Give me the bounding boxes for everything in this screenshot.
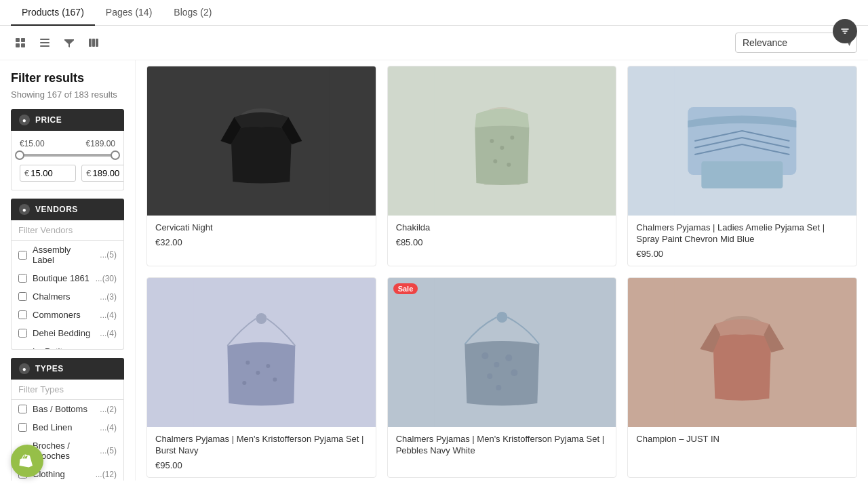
svg-point-18: [510, 136, 514, 140]
product-card-5[interactable]: Sale: [387, 277, 617, 478]
vendor-name-boutique: Boutique 1861: [33, 273, 90, 283]
price-inputs: € €: [20, 165, 115, 182]
vendor-count-assembly: ...(5): [100, 250, 117, 260]
type-checkbox-bedlinen[interactable]: [18, 423, 27, 432]
product-body-6: Champion – JUST IN: [628, 427, 856, 455]
product-image-2: [388, 66, 616, 216]
vendor-name-commoners: Commoners: [33, 310, 94, 320]
price-min-input[interactable]: [31, 168, 71, 178]
price-body: €15.00 €189.00 € €: [11, 131, 124, 190]
vendor-count-commoners: ...(4): [100, 310, 117, 320]
type-item-bedlinen[interactable]: Bed Linen ...(4): [12, 418, 123, 436]
svg-point-17: [500, 146, 504, 150]
svg-rect-5: [40, 42, 50, 43]
vendor-count-chalmers: ...(3): [100, 292, 117, 302]
product-price-4: €95.00: [155, 460, 368, 470]
vendor-checkbox-dehei[interactable]: [18, 329, 27, 338]
price-min-input-wrapper: €: [20, 165, 76, 182]
vendor-item-chalmers[interactable]: Chalmers ...(3): [12, 287, 123, 306]
range-fill: [20, 154, 115, 157]
price-range-labels: €15.00 €189.00: [20, 139, 115, 148]
price-label: PRICE: [35, 115, 62, 125]
type-name-bedlinen: Bed Linen: [33, 422, 94, 432]
columns-icon[interactable]: [84, 33, 103, 52]
price-max-input-wrapper: €: [81, 165, 124, 182]
vendors-section-header[interactable]: ● VENDORS: [11, 199, 124, 220]
price-icon: ●: [19, 115, 30, 125]
type-name-clothing: Clothing: [33, 469, 90, 479]
product-card-6[interactable]: Champion – JUST IN: [627, 277, 857, 478]
products-area: Cervicati Night €32.00: [136, 60, 868, 488]
vendor-count-boutique: ...(30): [96, 274, 117, 283]
vendor-name-dehei: Dehei Bedding: [33, 328, 94, 338]
vendor-checkbox-boutique[interactable]: [18, 274, 27, 283]
product-body-2: Chakilda €85.00: [388, 216, 616, 254]
product-image-1: [147, 66, 376, 216]
vendor-item-assembly[interactable]: Assembly Label ...(5): [12, 241, 123, 269]
range-thumb-left[interactable]: [15, 150, 24, 160]
price-min-label: €15.00: [20, 139, 45, 148]
vendor-checkbox-assembly[interactable]: [18, 251, 27, 260]
vendor-item-dehei[interactable]: Dehei Bedding ...(4): [12, 324, 123, 342]
svg-point-16: [490, 139, 494, 143]
product-body-1: Cervicati Night €32.00: [147, 216, 376, 254]
svg-rect-2: [16, 43, 20, 47]
currency-max: €: [86, 168, 91, 178]
main-layout: Filter results Showing 167 of 183 result…: [0, 60, 868, 488]
types-label: TYPES: [35, 364, 64, 373]
product-card-2[interactable]: Chakilda €85.00: [387, 66, 617, 266]
filter-icon[interactable]: [60, 33, 79, 52]
product-image-6: [628, 278, 856, 427]
tab-pages[interactable]: Pages (14): [95, 0, 163, 26]
product-card-3[interactable]: Chalmers Pyjamas | Ladies Amelie Pyjama …: [627, 66, 857, 266]
vendor-checkbox-commoners[interactable]: [18, 310, 27, 319]
tab-blogs[interactable]: Blogs (2): [163, 0, 222, 26]
svg-point-29: [242, 381, 246, 385]
type-name-bas: Bas / Bottoms: [33, 404, 94, 414]
svg-point-34: [494, 362, 499, 367]
vendors-search-input[interactable]: [12, 220, 123, 241]
toolbar: Relevance Price: Low to High Price: High…: [0, 26, 868, 60]
shopify-badge[interactable]: [11, 445, 43, 477]
svg-point-37: [511, 369, 517, 376]
svg-point-35: [505, 354, 512, 361]
product-card-1[interactable]: Cervicati Night €32.00: [146, 66, 376, 266]
filter-widget-icon[interactable]: [833, 19, 857, 43]
svg-point-25: [256, 313, 267, 324]
svg-point-20: [507, 163, 511, 167]
type-count-broches: ...(5): [100, 446, 117, 455]
price-max-input[interactable]: [92, 168, 124, 178]
vendor-checkbox-chalmers[interactable]: [18, 292, 27, 301]
tab-products[interactable]: Products (167): [11, 0, 95, 26]
svg-point-28: [266, 364, 270, 368]
type-item-bas[interactable]: Bas / Bottoms ...(2): [12, 400, 123, 418]
filter-title: Filter results: [11, 71, 124, 85]
types-section-header[interactable]: ● TYPES: [11, 358, 124, 380]
vendor-item-lapetite[interactable]: La Petite Garçonne ...(106): [12, 342, 123, 349]
svg-rect-1: [21, 38, 25, 42]
svg-point-36: [487, 373, 492, 379]
product-name-3: Chalmers Pyjamas | Ladies Amelie Pyjama …: [636, 222, 848, 245]
vendor-item-boutique[interactable]: Boutique 1861 ...(30): [12, 269, 123, 287]
vendor-item-commoners[interactable]: Commoners ...(4): [12, 306, 123, 324]
svg-rect-7: [89, 39, 92, 47]
grid-view-icon[interactable]: [11, 33, 30, 52]
svg-rect-0: [16, 38, 20, 42]
product-body-4: Chalmers Pyjamas | Men's Kristofferson P…: [147, 427, 376, 477]
svg-point-19: [493, 159, 497, 163]
product-price-2: €85.00: [396, 237, 608, 247]
price-section-header[interactable]: ● PRICE: [11, 109, 124, 131]
product-name-2: Chakilda: [396, 222, 608, 234]
svg-rect-23: [702, 161, 783, 188]
list-view-icon[interactable]: [35, 33, 54, 52]
svg-rect-6: [40, 45, 50, 47]
svg-rect-3: [21, 43, 25, 47]
svg-point-33: [481, 352, 488, 359]
product-image-5: Sale: [388, 278, 616, 427]
svg-point-38: [496, 385, 501, 390]
range-thumb-right[interactable]: [111, 150, 120, 160]
types-search-input[interactable]: [12, 380, 123, 400]
type-checkbox-bas[interactable]: [18, 405, 27, 413]
product-price-1: €32.00: [155, 237, 368, 247]
product-card-4[interactable]: Chalmers Pyjamas | Men's Kristofferson P…: [146, 277, 376, 478]
